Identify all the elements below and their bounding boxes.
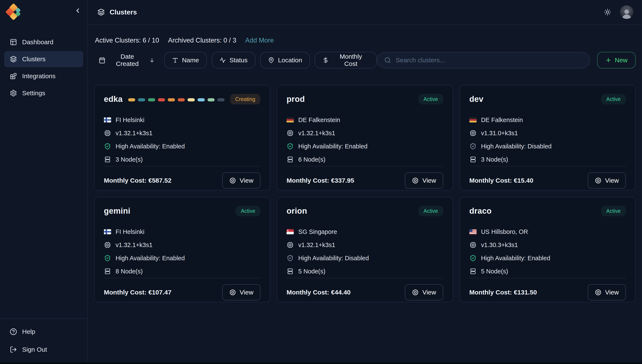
shield-icon bbox=[287, 143, 294, 150]
shield-icon bbox=[104, 255, 111, 262]
cluster-card: gemini Active FI Helsinki v1.32.1+k3s1 H… bbox=[94, 197, 270, 302]
nodes-row: 3 Node(s) bbox=[104, 153, 260, 166]
progress-segment bbox=[178, 98, 185, 102]
status-badge: Active bbox=[601, 206, 626, 216]
server-icon bbox=[287, 156, 294, 163]
sidebar-item-settings[interactable]: Settings bbox=[4, 85, 83, 101]
cluster-card: dev Active DE Falkenstein v1.31.0+k3s1 H… bbox=[460, 85, 635, 190]
monthly-cost-value: €587.52 bbox=[148, 177, 171, 184]
view-cluster-button[interactable]: View bbox=[405, 284, 443, 300]
arrow-down-icon bbox=[149, 58, 155, 63]
search-input[interactable] bbox=[396, 56, 583, 64]
card-details: US Hillsboro, OR v1.30.3+k3s1 High Avail… bbox=[469, 225, 626, 278]
cluster-card: prod Active DE Falkenstein v1.32.1+k3s1 … bbox=[277, 85, 453, 190]
location-text: FI Helsinki bbox=[116, 228, 144, 235]
cpu-icon bbox=[287, 242, 294, 248]
cluster-card: draco Active US Hillsboro, OR v1.30.3+k3… bbox=[460, 197, 635, 302]
server-icon bbox=[287, 268, 294, 275]
sidebar-nav: Dashboard Clusters Integrations Settings bbox=[4, 34, 83, 101]
view-cluster-button[interactable]: View bbox=[405, 172, 443, 188]
cluster-name: orion bbox=[287, 206, 307, 216]
filter-location-button[interactable]: Location bbox=[260, 52, 310, 68]
add-more-link[interactable]: Add More bbox=[245, 36, 274, 44]
card-footer: Monthly Cost:€15.40 View bbox=[469, 166, 626, 188]
cluster-name: draco bbox=[469, 206, 492, 216]
cpu-icon bbox=[287, 130, 294, 136]
status-badge: Creating bbox=[230, 94, 261, 104]
sort-date-created-button[interactable]: Date Created bbox=[94, 52, 159, 68]
card-footer: Monthly Cost:€131.50 View bbox=[469, 278, 626, 300]
version-text: v1.31.0+k3s1 bbox=[481, 130, 518, 137]
status-badge: Active bbox=[236, 206, 260, 216]
location-row: FI Helsinki bbox=[104, 225, 260, 238]
shield-icon bbox=[469, 143, 477, 150]
layers-icon bbox=[10, 56, 17, 63]
layers-icon bbox=[97, 8, 105, 16]
card-footer: Monthly Cost:€587.52 View bbox=[104, 166, 260, 188]
view-cluster-button[interactable]: View bbox=[588, 284, 626, 300]
country-flag bbox=[287, 229, 294, 234]
sidebar-item-integrations[interactable]: Integrations bbox=[4, 68, 83, 84]
version-text: v1.32.1+k3s1 bbox=[298, 242, 335, 248]
cluster-name: edka bbox=[104, 94, 123, 104]
sidebar-collapse-button[interactable] bbox=[73, 6, 82, 15]
view-cluster-button[interactable]: View bbox=[222, 284, 260, 300]
sidebar-item-label: Help bbox=[22, 328, 35, 335]
ha-text: High Availability: Enabled bbox=[116, 143, 185, 150]
cpu-icon bbox=[469, 242, 477, 248]
version-text: v1.30.3+k3s1 bbox=[481, 242, 518, 248]
sidebar: Dashboard Clusters Integrations Settings bbox=[0, 0, 88, 364]
status-badge: Active bbox=[418, 206, 443, 216]
theme-toggle-button[interactable] bbox=[602, 7, 613, 17]
main-area: Active Clusters: 6 / 10 Archived Cluster… bbox=[88, 25, 642, 364]
sidebar-item-label: Sign Out bbox=[22, 346, 47, 353]
server-icon bbox=[104, 268, 111, 275]
nodes-text: 8 Node(s) bbox=[116, 268, 143, 275]
card-footer: Monthly Cost:€44.40 View bbox=[287, 278, 443, 300]
version-row: v1.32.1+k3s1 bbox=[104, 126, 260, 140]
monthly-cost-value: €15.40 bbox=[514, 177, 533, 184]
card-header: dev Active bbox=[469, 94, 626, 104]
status-badge: Active bbox=[418, 94, 443, 104]
cluster-name: dev bbox=[469, 94, 483, 104]
card-header: draco Active bbox=[469, 206, 626, 216]
country-flag bbox=[104, 117, 111, 122]
sidebar-item-help[interactable]: Help bbox=[4, 324, 83, 340]
sun-icon bbox=[604, 8, 611, 16]
progress-segment bbox=[207, 98, 215, 102]
monthly-cost-value: €131.50 bbox=[514, 289, 537, 296]
sidebar-item-sign-out[interactable]: Sign Out bbox=[4, 342, 83, 358]
app-window: Dashboard Clusters Integrations Settings bbox=[0, 0, 642, 364]
version-row: v1.32.1+k3s1 bbox=[287, 126, 443, 140]
eye-icon bbox=[595, 289, 601, 296]
filter-monthly-cost-button[interactable]: Monthly Cost bbox=[315, 52, 377, 68]
filter-name-button[interactable]: Name bbox=[164, 52, 207, 68]
progress-segment bbox=[138, 98, 145, 102]
card-details: DE Falkenstein v1.32.1+k3s1 High Availab… bbox=[287, 113, 443, 166]
sidebar-item-dashboard[interactable]: Dashboard bbox=[4, 34, 83, 50]
country-flag bbox=[287, 117, 294, 122]
user-avatar[interactable] bbox=[620, 5, 633, 19]
filter-status-button[interactable]: Status bbox=[211, 52, 256, 68]
cluster-name: prod bbox=[287, 94, 305, 104]
view-cluster-button[interactable]: View bbox=[222, 172, 260, 188]
map-pin-icon bbox=[268, 57, 274, 63]
ha-row: High Availability: Enabled bbox=[104, 252, 260, 265]
server-icon bbox=[469, 268, 477, 275]
version-text: v1.32.1+k3s1 bbox=[116, 242, 152, 248]
page-title: Clusters bbox=[97, 8, 137, 16]
location-row: US Hillsboro, OR bbox=[469, 225, 626, 238]
ha-text: High Availability: Disabled bbox=[298, 255, 369, 262]
sidebar-item-clusters[interactable]: Clusters bbox=[4, 51, 83, 67]
monthly-cost: Monthly Cost:€337.95 bbox=[287, 177, 354, 184]
progress-segment bbox=[217, 98, 225, 102]
active-clusters-stat: Active Clusters: 6 / 10 bbox=[95, 36, 159, 44]
nodes-text: 5 Node(s) bbox=[481, 268, 508, 275]
new-cluster-button[interactable]: New bbox=[597, 52, 635, 68]
version-row: v1.31.0+k3s1 bbox=[469, 126, 626, 140]
view-cluster-button[interactable]: View bbox=[588, 172, 626, 188]
card-header: edka Creating bbox=[104, 94, 260, 104]
cpu-icon bbox=[469, 130, 477, 136]
card-details: DE Falkenstein v1.31.0+k3s1 High Availab… bbox=[469, 113, 626, 166]
eye-icon bbox=[412, 289, 419, 296]
